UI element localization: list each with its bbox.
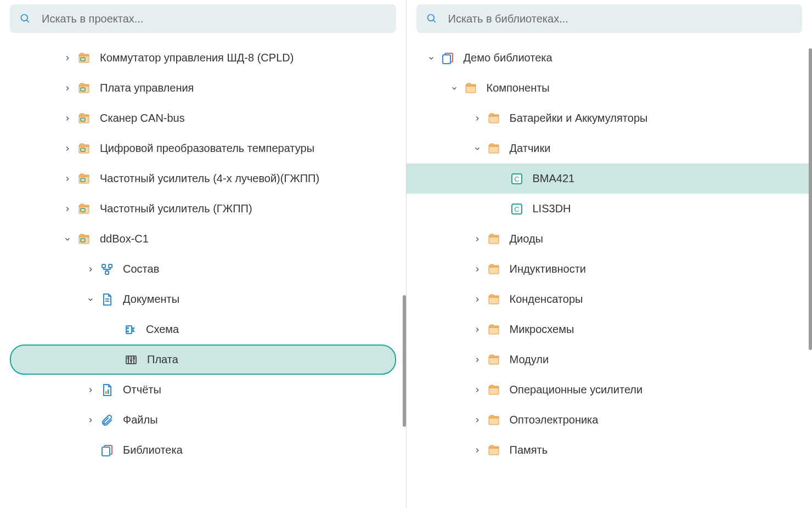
tree-item-label: Документы (123, 293, 179, 306)
chevron-right-icon[interactable] (63, 53, 72, 63)
tree-row[interactable]: Цифровой преобразователь температуры (10, 133, 396, 163)
svg-rect-17 (109, 264, 112, 268)
tree-row[interactable]: Компоненты (416, 73, 803, 103)
tree-row[interactable]: CBMA421 (407, 163, 813, 194)
tree-row[interactable]: Плата управления (10, 73, 396, 103)
tree-item-label: Индуктивности (510, 263, 587, 275)
projects-search-input[interactable] (42, 13, 386, 25)
tree-row[interactable]: Плата (10, 345, 396, 375)
chevron-right-icon[interactable] (63, 204, 72, 214)
tree-row[interactable]: Библиотека (10, 435, 396, 465)
tree-row[interactable]: Модули (416, 345, 803, 375)
svg-rect-49 (489, 328, 499, 334)
tree-item-label: Память (510, 444, 548, 456)
tree-item-label: Демо библиотека (464, 52, 552, 64)
tree-item-label: Конденсаторы (510, 293, 583, 306)
tree-item-label: Операционные усилители (510, 383, 643, 396)
chevron-right-icon[interactable] (86, 385, 95, 395)
svg-rect-46 (489, 237, 499, 244)
tree-row[interactable]: Микросхемы (416, 314, 803, 345)
chevron-right-icon[interactable] (472, 295, 482, 304)
chevron-right-icon[interactable] (86, 264, 95, 274)
svg-point-22 (127, 328, 128, 329)
chevron-right-icon[interactable] (472, 445, 482, 455)
tree-item-label: Коммутатор управления ШД-8 (CPLD) (100, 52, 294, 64)
scrollbar-thumb[interactable] (403, 295, 406, 427)
chevron-down-icon[interactable] (449, 83, 459, 93)
tree-row[interactable]: Демо библиотека (416, 43, 803, 73)
folder-icon (487, 292, 501, 307)
project-icon (77, 81, 91, 95)
svg-point-35 (427, 15, 434, 21)
chevron-right-icon[interactable] (472, 264, 482, 274)
chevron-right-icon[interactable] (472, 234, 482, 244)
svg-rect-53 (489, 448, 499, 455)
libraries-panel: Демо библиотекаКомпонентыБатарейки и Акк… (407, 0, 813, 508)
tree-row[interactable]: Документы (10, 284, 396, 314)
chevron-down-icon[interactable] (426, 53, 436, 63)
svg-rect-38 (443, 55, 450, 64)
projects-tree: Коммутатор управления ШД-8 (CPLD)Плата у… (10, 43, 396, 465)
project-icon (77, 172, 91, 186)
libraries-search-box[interactable] (416, 4, 803, 33)
tree-row[interactable]: Отчёты (10, 375, 396, 405)
svg-rect-34 (102, 447, 110, 456)
tree-item-label: Сканер CAN-bus (100, 112, 185, 125)
tree-row[interactable]: Память (416, 435, 803, 465)
projects-search-box[interactable] (10, 4, 396, 33)
tree-row[interactable]: Оптоэлектроника (416, 405, 803, 435)
chevron-right-icon[interactable] (472, 415, 482, 425)
tree-row[interactable]: Батарейки и Аккумуляторы (416, 103, 803, 133)
svg-text:C: C (514, 175, 519, 183)
tree-row[interactable]: Состав (10, 254, 396, 284)
folder-icon (487, 383, 501, 397)
chevron-right-icon[interactable] (472, 325, 482, 335)
tree-row[interactable]: Коммутатор управления ШД-8 (CPLD) (10, 43, 396, 73)
tree-row[interactable]: Диоды (416, 224, 803, 254)
project-icon (77, 51, 91, 65)
tree-item-label: Компоненты (487, 82, 550, 94)
tree-item-label: Частотный усилитель (4-х лучевой)(ГЖПП) (100, 172, 319, 185)
folder-icon (464, 81, 478, 95)
svg-rect-16 (102, 264, 105, 268)
tree-row[interactable]: Файлы (10, 405, 396, 435)
folder-icon (487, 232, 501, 246)
svg-point-29 (131, 359, 132, 360)
folder-icon (487, 323, 501, 337)
chevron-right-icon[interactable] (86, 415, 95, 425)
tree-row[interactable]: Операционные усилители (416, 375, 803, 405)
libraries-search-input[interactable] (448, 13, 793, 25)
folder-icon (487, 443, 501, 458)
tree-row[interactable]: Конденсаторы (416, 284, 803, 314)
chevron-right-icon[interactable] (63, 114, 72, 123)
tree-row[interactable]: Частотный усилитель (4-х лучевой)(ГЖПП) (10, 163, 396, 194)
chevron-right-icon[interactable] (63, 174, 72, 184)
chevron-down-icon[interactable] (86, 295, 95, 304)
chevron-right-icon[interactable] (472, 385, 482, 395)
tree-item-label: BMA421 (533, 172, 575, 185)
tree-row[interactable]: Индуктивности (416, 254, 803, 284)
tree-row[interactable]: Сканер CAN-bus (10, 103, 396, 133)
tree-row[interactable]: Частотный усилитель (ГЖПП) (10, 194, 396, 224)
chevron-right-icon[interactable] (472, 355, 482, 365)
chevron-right-icon[interactable] (63, 83, 72, 93)
tree-item-label: ddBox-C1 (100, 233, 149, 245)
scrollbar-thumb[interactable] (809, 48, 812, 350)
doc-icon (100, 292, 114, 307)
tree-row[interactable]: Схема (10, 314, 396, 345)
tree-item-label: Плата управления (100, 82, 194, 94)
folder-icon (487, 413, 501, 427)
chevron-right-icon[interactable] (472, 114, 482, 123)
tree-row[interactable]: CLIS3DH (416, 194, 803, 224)
tree-item-label: Состав (123, 263, 159, 275)
project-icon (77, 111, 91, 126)
svg-rect-52 (489, 418, 499, 425)
chevron-right-icon[interactable] (63, 144, 72, 154)
tree-row[interactable]: Датчики (416, 133, 803, 163)
chevron-down-icon[interactable] (472, 144, 482, 154)
tree-row[interactable]: ddBox-C1 (10, 224, 396, 254)
svg-rect-48 (489, 297, 499, 304)
component-icon: C (510, 202, 524, 216)
chevron-down-icon[interactable] (63, 234, 72, 244)
project-icon (77, 142, 91, 156)
